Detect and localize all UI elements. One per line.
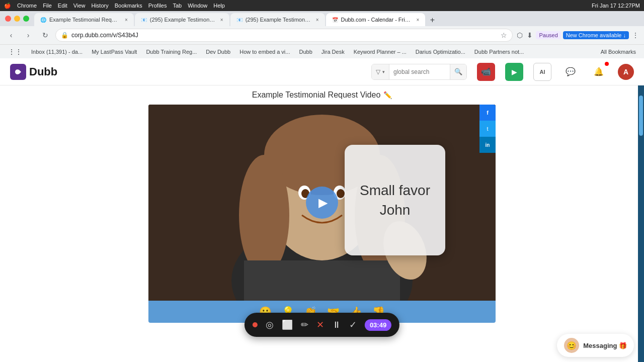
- ai-label: AI: [540, 69, 545, 75]
- view-menu[interactable]: View: [73, 3, 86, 9]
- linkedin-share-icon[interactable]: in: [479, 137, 496, 153]
- back-button[interactable]: ‹: [4, 28, 18, 42]
- chevron-down-icon: ▾: [382, 69, 385, 74]
- help-menu[interactable]: Help: [213, 3, 225, 9]
- avatar[interactable]: A: [618, 64, 634, 80]
- search-input[interactable]: [389, 68, 450, 75]
- tab-2[interactable]: 📧 (295) Example Testimonial R... ×: [135, 13, 229, 26]
- bookmark-1[interactable]: Inbox (11,391) - da...: [27, 46, 87, 57]
- search-button[interactable]: 🔍: [450, 64, 466, 79]
- mac-bar: 🍎 Chrome File Edit View History Bookmark…: [0, 0, 644, 11]
- video-background: Small favor John ▶: [148, 105, 496, 301]
- notification-dot: [605, 62, 609, 66]
- phone-text-line2: John: [360, 200, 430, 220]
- history-menu[interactable]: History: [91, 3, 108, 9]
- messaging-bubble[interactable]: 😊 Messaging 🎁: [557, 334, 634, 357]
- bookmarks-menu[interactable]: Bookmarks: [115, 3, 142, 9]
- toolbar-screen-btn[interactable]: ⬜: [282, 319, 293, 330]
- video-camera-icon: 📹: [481, 67, 491, 76]
- record-indicator: [253, 322, 258, 327]
- tab-group: 🌐 Example Testimonial Reques... × 📧 (295…: [34, 11, 642, 26]
- svg-rect-11: [244, 260, 400, 301]
- bottom-toolbar: ◎ ⬜ ✏ ✕ ⏸ ✓ 03:49: [245, 313, 399, 337]
- tab-3[interactable]: 📧 (295) Example Testimonial R... ×: [230, 13, 325, 26]
- dubb-header: Dubb ▽ ▾ 🔍 📹 ▶ AI 💬: [0, 58, 644, 85]
- facebook-share-icon[interactable]: f: [479, 105, 496, 121]
- annotate-icon: ✏: [301, 319, 308, 330]
- edit-menu[interactable]: Edit: [58, 3, 67, 9]
- minimize-window-btn[interactable]: [14, 16, 20, 22]
- dubb-logo-text: Dubb: [29, 65, 57, 78]
- bell-icon: 🔔: [594, 67, 604, 76]
- chrome-menu[interactable]: Chrome: [17, 3, 37, 9]
- close-icon: ✕: [316, 319, 324, 330]
- bookmark-5[interactable]: How to embed a vi...: [235, 46, 294, 57]
- green-action-button[interactable]: ▶: [505, 63, 523, 81]
- toolbar-timer: 03:49: [365, 319, 391, 331]
- new-chrome-btn[interactable]: New Chrome available ↓: [563, 31, 629, 39]
- video-title-container: Example Testimonial Request Video ✏️: [252, 90, 392, 100]
- ai-button[interactable]: AI: [533, 63, 551, 81]
- new-tab-button[interactable]: +: [426, 14, 438, 26]
- play-icon: ▶: [512, 68, 517, 76]
- chrome-menu-icon[interactable]: ⋮: [631, 30, 640, 40]
- download-icon[interactable]: ⬇: [526, 30, 534, 40]
- bookmark-all[interactable]: All Bookmarks: [597, 46, 640, 57]
- messaging-avatar: 😊: [564, 338, 579, 353]
- record-icon: ◎: [266, 319, 274, 330]
- mac-time: Fri Jan 17 12:27PM: [592, 3, 640, 9]
- bookmark-6[interactable]: Dubb: [295, 46, 316, 57]
- chrome-titlebar: 🌐 Example Testimonial Reques... × 📧 (295…: [0, 11, 644, 26]
- tab-menu[interactable]: Tab: [173, 3, 182, 9]
- bookmark-7[interactable]: Jira Desk: [317, 46, 349, 57]
- apple-menu[interactable]: 🍎: [4, 3, 11, 9]
- video-record-button[interactable]: 📹: [477, 63, 495, 81]
- paused-btn[interactable]: Paused: [536, 31, 560, 39]
- messaging-label: Messaging 🎁: [583, 342, 627, 349]
- profiles-menu[interactable]: Profiles: [148, 3, 167, 9]
- file-menu[interactable]: File: [43, 3, 52, 9]
- tab-1[interactable]: 🌐 Example Testimonial Reques... ×: [34, 13, 134, 26]
- address-bar[interactable]: 🔒 corp.dubb.com/v/S43b4J ☆: [55, 29, 513, 42]
- tab-4-active[interactable]: 📅 Dubb.com - Calendar - Frida... ×: [326, 13, 426, 26]
- mac-menu-bar: 🍎 Chrome File Edit View History Bookmark…: [4, 3, 225, 9]
- tab-label-3: (295) Example Testimonial R...: [246, 17, 311, 23]
- app-container: Dubb ▽ ▾ 🔍 📹 ▶ AI 💬: [0, 58, 644, 362]
- edit-title-icon[interactable]: ✏️: [383, 91, 392, 99]
- tab-close-4[interactable]: ×: [417, 17, 420, 23]
- dubb-logo[interactable]: Dubb: [10, 64, 57, 80]
- extensions-icon[interactable]: ⬡: [516, 30, 524, 40]
- toolbar-record-btn[interactable]: ◎: [266, 319, 274, 330]
- chat-icon-wrapper: 💬: [561, 63, 580, 81]
- toolbar-close-btn[interactable]: ✕: [316, 319, 324, 330]
- forward-button[interactable]: ›: [21, 28, 35, 42]
- bookmark-8[interactable]: Keyword Planner – ...: [350, 46, 411, 57]
- close-window-btn[interactable]: [5, 16, 11, 22]
- twitter-share-icon[interactable]: t: [479, 121, 496, 137]
- chat-button[interactable]: 💬: [561, 63, 580, 81]
- play-button[interactable]: ▶: [306, 187, 338, 219]
- window-menu[interactable]: Window: [188, 3, 207, 9]
- star-icon[interactable]: ☆: [501, 31, 507, 39]
- tab-favicon-3: 📧: [236, 17, 243, 23]
- reload-button[interactable]: ↻: [38, 28, 52, 42]
- scrollbar-thumb[interactable]: [639, 96, 643, 136]
- tab-close-2[interactable]: ×: [220, 17, 223, 23]
- tab-label-2: (295) Example Testimonial R...: [150, 17, 215, 23]
- tab-close-1[interactable]: ×: [125, 17, 128, 23]
- right-scrollbar[interactable]: [638, 85, 644, 362]
- bookmark-9[interactable]: Darius Optimizatio...: [412, 46, 469, 57]
- toolbar-annotate-btn[interactable]: ✏: [301, 319, 308, 330]
- social-icons: f t in: [479, 105, 496, 153]
- tab-close-3[interactable]: ×: [316, 17, 319, 23]
- bookmark-10[interactable]: Dubb Partners not...: [470, 46, 528, 57]
- maximize-window-btn[interactable]: [23, 16, 29, 22]
- search-filter-button[interactable]: ▽ ▾: [372, 64, 389, 79]
- toolbar-check-btn[interactable]: ✓: [349, 319, 357, 330]
- video-player[interactable]: Small favor John ▶ f t: [148, 105, 496, 301]
- bookmark-apps[interactable]: ⋮⋮: [4, 46, 26, 57]
- toolbar-pause-btn[interactable]: ⏸: [332, 320, 341, 330]
- bookmark-4[interactable]: Dev Dubb: [202, 46, 234, 57]
- bookmark-2[interactable]: My LastPass Vault: [88, 46, 141, 57]
- bookmark-3[interactable]: Dubb Training Reg...: [142, 46, 201, 57]
